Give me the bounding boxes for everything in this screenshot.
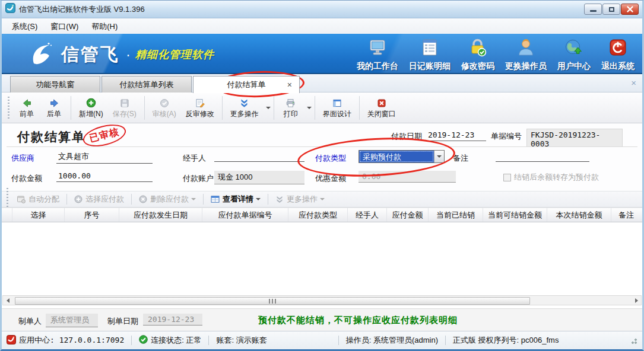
audit-icon (160, 97, 169, 109)
select-payable-button[interactable]: 选择应付款 (69, 192, 129, 206)
next-doc-button[interactable]: 后单 (40, 95, 68, 120)
scroll-left-icon[interactable] (3, 296, 12, 305)
password-icon (468, 38, 487, 59)
banner-action-workstation[interactable]: 我的工作台 (351, 37, 404, 73)
banner-action-password[interactable]: 修改密码 (456, 37, 500, 73)
payables-table-body[interactable] (2, 222, 642, 295)
handler-label: 经手人 (183, 153, 206, 164)
unaudit-button[interactable]: 反审修改 (181, 95, 219, 120)
column-header[interactable]: 应付款类型 (288, 208, 348, 222)
discount-field: 0.00 (359, 171, 456, 183)
banner-action-label: 我的工作台 (357, 61, 398, 72)
more-actions-dropdown-icon[interactable] (266, 107, 271, 109)
pay-amount-field[interactable]: 1000.00 (56, 171, 153, 182)
connection-text: 连接状态: 正常 (151, 335, 201, 346)
column-header[interactable]: 序号 (65, 208, 119, 222)
user-center-icon (564, 38, 583, 59)
chevron-down-icon (191, 198, 196, 200)
banner-action-label: 退出系统 (601, 61, 635, 72)
banner-action-switch-user[interactable]: 更换操作员 (500, 37, 552, 73)
banner-action-exit[interactable]: 退出系统 (596, 37, 640, 73)
journal-icon (420, 38, 439, 59)
app-center-icon (7, 335, 16, 346)
banner-action-journal[interactable]: 日记账明细 (404, 37, 456, 73)
form-title: 付款结算单 (17, 129, 85, 145)
transfer-balance-checkbox[interactable]: 结销后余额转存为预付款 (503, 172, 599, 183)
print-dropdown-icon[interactable] (307, 107, 312, 109)
column-header[interactable]: 应付金额 (387, 208, 429, 222)
tab-label: 功能导航窗 (36, 79, 75, 90)
resize-grip[interactable] (629, 336, 637, 344)
pay-amount-label: 付款金额 (11, 173, 42, 184)
auto-assign-button[interactable]: 自动分配 (12, 192, 64, 206)
pay-type-dropdown-button[interactable] (434, 151, 444, 162)
create-date-field: 2019-12-23 (143, 314, 202, 326)
creator-label: 制单人 (18, 316, 42, 327)
menu-window[interactable]: 窗口(W) (44, 20, 85, 34)
scroll-right-icon[interactable] (632, 296, 641, 305)
column-header[interactable]: 应付款发生日期 (119, 208, 202, 222)
banner-action-user-center[interactable]: 用户中心 (552, 37, 596, 73)
minimize-button[interactable] (584, 4, 602, 15)
add-button[interactable]: 新增(N) (74, 95, 108, 120)
banner: 信管飞 · 精细化管理软件 我的工作台 日记账明细 修改密码 (2, 34, 642, 74)
menu-help[interactable]: 帮助(H) (85, 20, 124, 34)
tab-payment-list[interactable]: 付款结算单列表 (101, 76, 192, 92)
button-label: 删除应付款 (150, 194, 189, 205)
horizontal-scrollbar[interactable] (2, 295, 642, 305)
button-label: 自动分配 (28, 194, 59, 205)
supplier-field[interactable]: 文具超市 (56, 151, 153, 164)
app-center-status: 应用中心: 127.0.0.1:7092 (7, 335, 124, 346)
prev-doc-button[interactable]: 前单 (13, 95, 40, 120)
pay-type-combo[interactable]: 采购预付款 (359, 150, 445, 163)
checkbox-label: 结销后余额转存为预付款 (514, 172, 599, 183)
view-detail-button[interactable]: 查看详情 (206, 192, 265, 206)
pay-date-field[interactable]: 2019-12-23 (426, 129, 486, 141)
column-header[interactable]: 当前已结销 (429, 208, 483, 222)
discount-label: 优惠金额 (315, 173, 346, 184)
column-header[interactable]: 备注 (611, 208, 642, 222)
column-header[interactable]: 经手人 (348, 208, 387, 222)
menu-bar: 系统(S) 窗口(W) 帮助(H) (2, 19, 642, 34)
handler-field[interactable] (214, 151, 304, 162)
button-label: 选择应付款 (85, 194, 124, 205)
button-label: 反审修改 (186, 109, 214, 119)
column-header[interactable]: 选择 (12, 208, 65, 222)
more-ops-button[interactable]: 更多操作 (271, 192, 329, 206)
tab-nav-window[interactable]: 功能导航窗 (10, 76, 100, 92)
close-button[interactable] (621, 4, 639, 15)
more-actions-icon (239, 97, 249, 109)
status-bar: 应用中心: 127.0.0.1:7092 连接状态: 正常 账套: 演示账套 操… (2, 331, 642, 349)
restore-button[interactable] (602, 4, 620, 15)
close-window-button[interactable]: 关闭窗口 (363, 95, 401, 120)
delete-payable-button[interactable]: 删除应付款 (134, 192, 201, 206)
menu-system[interactable]: 系统(S) (5, 20, 44, 34)
pay-type-selected[interactable]: 采购预付款 (359, 151, 434, 162)
save-button[interactable]: 保存(S) (108, 95, 141, 120)
view-detail-icon (211, 195, 220, 203)
remark-label: 备注 (453, 153, 468, 164)
thumb-grip-icon (269, 299, 276, 304)
exit-icon (608, 38, 627, 59)
tab-close-icon[interactable]: × (287, 80, 292, 90)
button-label: 更多操作 (287, 194, 318, 205)
column-header[interactable]: 应付款单据编号 (202, 208, 288, 222)
column-header[interactable]: 当前可结销金额 (483, 208, 547, 222)
account-set-status: 账套: 演示账套 (216, 335, 267, 346)
remark-field[interactable] (496, 151, 589, 162)
form-fields: 供应商 文具超市 经手人 付款类型 采购预付款 备注 付款金额 1000.00 … (2, 147, 642, 191)
more-actions-button[interactable]: 更多操作 (226, 95, 264, 120)
brand-name: 信管飞 (61, 43, 120, 67)
column-header[interactable]: 本次结销金额 (547, 208, 611, 222)
app-logo-icon (5, 3, 15, 15)
ui-design-button[interactable]: 界面设计 (318, 95, 356, 120)
pay-account-field[interactable]: 现金 1000 (214, 171, 304, 184)
next-doc-icon (49, 97, 59, 109)
tab-payment-form[interactable]: 付款结算单 × (193, 76, 300, 93)
scrollbar-thumb[interactable] (15, 297, 530, 305)
print-button[interactable]: 打印 (277, 95, 304, 120)
supplier-label: 供应商 (11, 153, 34, 164)
audit-button[interactable]: 审核(A) (148, 95, 181, 120)
tabstrip-close-icon[interactable]: × (631, 78, 636, 88)
detail-toolbar: 自动分配 选择应付款 删除应付款 查看详情 更多操作 (2, 191, 642, 208)
